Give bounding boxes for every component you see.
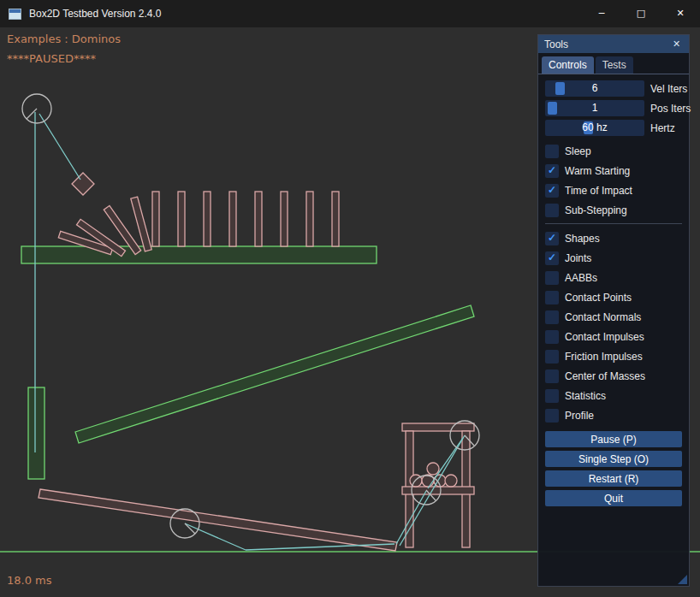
checkbox-row-shapes[interactable]: ✓ Shapes [545, 232, 682, 245]
tools-panel-title: Tools [544, 38, 568, 50]
hertz-slider[interactable]: 60 hz [545, 120, 644, 136]
hertz-row: 60 hz Hertz [545, 120, 682, 136]
checkbox-icon[interactable] [545, 291, 559, 304]
checkbox-row-contact-points[interactable]: Contact Points [545, 291, 682, 304]
checkbox-label: Contact Normals [565, 311, 641, 323]
checkbox-label: Statistics [565, 390, 606, 402]
pause-button[interactable]: Pause (P) [545, 431, 682, 447]
seesaw-wheel-axis [185, 523, 195, 534]
checkbox-label: Contact Impulses [565, 331, 644, 343]
checkbox-icon[interactable] [545, 310, 559, 324]
pos-iters-row: 1 Pos Iters [545, 100, 682, 116]
single-step-button[interactable]: Single Step (O) [545, 451, 682, 467]
checkbox-row-time-of-impact[interactable]: ✓ Time of Impact [545, 184, 682, 198]
domino-standing-7 [306, 192, 313, 246]
checkbox-label: Warm Starting [565, 165, 630, 177]
vel-iters-value: 6 [545, 80, 644, 97]
checkbox-icon[interactable]: ✓ [545, 251, 559, 265]
checkbox-label: Sub-Stepping [565, 204, 627, 216]
window-titlebar[interactable]: Box2D Testbed Version 2.4.0 ─ □ ✕ [0, 0, 700, 27]
pos-iters-label: Pos Iters [650, 103, 691, 115]
checkbox-label: Friction Impulses [565, 351, 643, 363]
domino-standing-3 [204, 192, 211, 246]
frame-time-label: 18.0 ms [7, 574, 52, 587]
checkbox-row-aabbs[interactable]: AABBs [545, 271, 682, 285]
window-title: Box2D Testbed Version 2.4.0 [29, 8, 162, 20]
window-controls: ─ □ ✕ [582, 0, 700, 27]
checkbox-label: Sleep [565, 145, 591, 157]
checkbox-row-profile[interactable]: Profile [545, 409, 682, 423]
tools-panel: Tools ✕ Controls Tests 6 Vel Iters 1 Pos… [537, 34, 690, 587]
pos-iters-slider[interactable]: 1 [545, 100, 644, 116]
checkbox-label: Joints [565, 252, 591, 264]
tools-panel-titlebar[interactable]: Tools ✕ [538, 35, 689, 53]
physics-canvas[interactable]: Examples : Dominos ****PAUSED**** 18.0 m… [0, 27, 700, 597]
checkbox-icon[interactable]: ✓ [545, 232, 559, 245]
checkbox-label: Contact Points [565, 292, 632, 304]
vel-iters-slider[interactable]: 6 [545, 80, 644, 97]
separator [545, 223, 682, 224]
vel-iters-label: Vel Iters [650, 83, 687, 95]
domino-standing-1 [152, 192, 159, 246]
joint-circle-to-block [39, 114, 80, 180]
checkbox-label: Profile [565, 410, 594, 422]
long-ramp [75, 305, 474, 443]
checkbox-label: AABBs [565, 272, 597, 284]
checkbox-row-center-of-masses[interactable]: Center of Masses [545, 369, 682, 383]
checkbox-icon[interactable] [545, 409, 559, 423]
checkbox-row-sub-stepping[interactable]: Sub-Stepping [545, 204, 682, 217]
seesaw-plank [39, 489, 397, 551]
checkbox-row-statistics[interactable]: Statistics [545, 389, 682, 403]
tools-close-icon[interactable]: ✕ [670, 38, 683, 50]
tools-panel-body: 6 Vel Iters 1 Pos Iters 60 hz Hertz [538, 74, 689, 506]
checkbox-label: Center of Masses [565, 370, 645, 382]
paused-label: ****PAUSED**** [7, 52, 96, 65]
minimize-button[interactable]: ─ [582, 0, 621, 27]
checkbox-icon[interactable] [545, 350, 559, 364]
hertz-value: 60 hz [545, 120, 644, 136]
checkbox-label: Shapes [565, 233, 600, 245]
checkbox-icon[interactable] [545, 145, 559, 158]
checkbox-icon[interactable]: ✓ [545, 164, 559, 178]
checkbox-icon[interactable] [545, 369, 559, 383]
app-icon [9, 9, 21, 20]
domino-standing-4 [229, 192, 236, 246]
resize-grip[interactable] [678, 575, 687, 584]
maximize-button[interactable]: □ [621, 0, 661, 27]
frame-top-bar [402, 423, 474, 431]
ball-5 [427, 463, 439, 475]
checkbox-icon[interactable] [545, 330, 559, 344]
checkbox-icon[interactable] [545, 204, 559, 217]
checkbox-row-warm-starting[interactable]: ✓ Warm Starting [545, 164, 682, 178]
vel-iters-row: 6 Vel Iters [545, 80, 682, 97]
domino-standing-6 [281, 192, 288, 246]
quit-button[interactable]: Quit [545, 490, 682, 506]
pos-iters-value: 1 [545, 100, 644, 116]
swing-block [72, 173, 94, 195]
tab-tests[interactable]: Tests [596, 56, 633, 74]
hertz-label: Hertz [650, 122, 675, 134]
domino-standing-2 [178, 192, 185, 246]
tools-tab-bar: Controls Tests [538, 53, 689, 74]
tab-controls[interactable]: Controls [542, 56, 594, 74]
ball-4 [445, 475, 457, 487]
domino-standing-8 [332, 192, 339, 246]
checkbox-icon[interactable] [545, 389, 559, 403]
checkbox-row-joints[interactable]: ✓ Joints [545, 251, 682, 265]
checkbox-row-contact-impulses[interactable]: Contact Impulses [545, 330, 682, 344]
checkbox-row-sleep[interactable]: Sleep [545, 145, 682, 158]
checkbox-icon[interactable]: ✓ [545, 184, 559, 198]
restart-button[interactable]: Restart (R) [545, 470, 682, 487]
domino-platform [21, 246, 377, 263]
domino-standing-5 [255, 192, 262, 246]
close-button[interactable]: ✕ [661, 0, 700, 27]
frame-mid-bar [402, 487, 474, 494]
checkbox-row-friction-impulses[interactable]: Friction Impulses [545, 350, 682, 364]
checkbox-icon[interactable] [545, 271, 559, 285]
example-label: Examples : Dominos [7, 33, 121, 45]
checkbox-label: Time of Impact [565, 185, 632, 197]
checkbox-row-contact-normals[interactable]: Contact Normals [545, 310, 682, 324]
left-pillar [28, 387, 44, 479]
